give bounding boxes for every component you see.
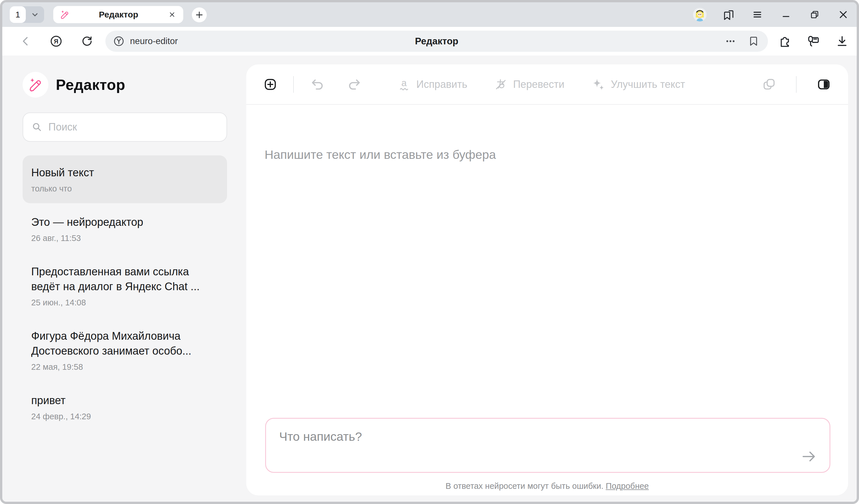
address-bar[interactable]: neuro-editor Редактор — [105, 31, 768, 52]
document-list: Новый текст только что Это — нейроредакт… — [22, 155, 227, 431]
redo-icon — [347, 77, 361, 92]
sparkles-icon — [591, 78, 605, 91]
back-arrow-icon — [20, 35, 33, 48]
yandex-ya-icon: Я — [49, 34, 63, 48]
new-tab-button[interactable] — [192, 7, 207, 22]
undo-icon — [311, 77, 325, 92]
editor-toolbar: a Исправить Пе — [246, 64, 848, 105]
doc-time: только что — [31, 184, 218, 194]
fix-text-label: Исправить — [416, 78, 467, 90]
url-text: neuro-editor — [130, 36, 178, 46]
restore-window-button[interactable] — [808, 8, 821, 21]
doc-time: 24 февр., 14:29 — [31, 412, 218, 421]
passwords-button[interactable] — [806, 34, 820, 48]
minimize-button[interactable] — [779, 8, 793, 21]
bookmarks-icon — [722, 8, 735, 21]
more-dots-icon — [724, 35, 737, 47]
window-controls — [693, 2, 850, 27]
avatar[interactable] — [693, 8, 707, 21]
restore-window-icon — [809, 9, 820, 20]
bookmark-flag-icon — [748, 35, 760, 47]
reload-button[interactable] — [79, 33, 95, 49]
downloads-button[interactable] — [835, 34, 849, 48]
tab-title: Редактор — [70, 10, 167, 19]
app-logo — [22, 72, 48, 97]
list-item-new-text[interactable]: Новый текст только что — [22, 155, 227, 203]
undo-button[interactable] — [311, 77, 325, 92]
close-window-button[interactable] — [837, 8, 850, 21]
spellcheck-icon: a — [397, 78, 411, 91]
doc-title: Предоставленная вами ссылка ведёт на диа… — [31, 264, 218, 294]
copy-icon — [762, 78, 776, 91]
browser-menu-button[interactable] — [751, 8, 764, 21]
toolbar-divider — [293, 76, 294, 93]
close-icon — [168, 11, 176, 18]
close-icon — [837, 9, 849, 20]
reload-icon — [80, 35, 94, 48]
plus-icon — [195, 10, 204, 19]
translate-button[interactable]: Перевести — [494, 78, 564, 91]
doc-time: 22 мая, 19:58 — [31, 362, 218, 372]
hamburger-menu-icon — [751, 9, 763, 20]
plus-square-icon — [263, 78, 277, 91]
back-button[interactable] — [18, 33, 34, 49]
search-input[interactable] — [48, 121, 218, 133]
editor-text-area[interactable]: Напишите текст или вставьте из буфера — [246, 105, 848, 162]
chevron-down-icon — [30, 10, 40, 19]
improve-text-label: Улучшить текст — [611, 78, 685, 90]
app-title: Редактор — [56, 76, 125, 93]
toolbar-divider — [796, 76, 797, 93]
editor-card: a Исправить Пе — [246, 64, 848, 495]
prompt-box — [265, 418, 830, 473]
yandex-home-button[interactable]: Я — [48, 33, 64, 49]
bookmarks-panel-button[interactable] — [722, 8, 735, 21]
doc-time: 26 авг., 11:53 — [31, 233, 218, 243]
tab-editor[interactable]: Редактор — [53, 6, 183, 23]
app-brand: Редактор — [22, 72, 246, 97]
search-icon — [31, 121, 43, 133]
search-box[interactable] — [22, 112, 227, 142]
neuro-editor-app: Редактор Новый текст только что Это — не… — [2, 56, 857, 502]
site-favicon-icon — [113, 35, 125, 47]
doc-title: привет — [31, 393, 218, 408]
magic-pen-favicon-icon — [60, 10, 70, 20]
svg-text:a: a — [402, 78, 407, 88]
tab-count[interactable]: 1 — [10, 6, 26, 23]
split-view-icon — [817, 77, 831, 92]
redo-button[interactable] — [347, 77, 361, 92]
fix-text-button[interactable]: a Исправить — [397, 78, 467, 91]
tab-close-button[interactable] — [167, 10, 177, 19]
send-prompt-button[interactable] — [800, 447, 818, 465]
list-item[interactable]: Предоставленная вами ссылка ведёт на диа… — [22, 255, 227, 317]
minimize-icon — [780, 9, 792, 20]
browser-toolbar-right — [778, 27, 849, 56]
doc-title: Новый текст — [31, 165, 218, 180]
extensions-button[interactable] — [778, 34, 792, 48]
translate-label: Перевести — [513, 78, 564, 90]
doc-title: Фигура Фёдора Михайловича Достоевского з… — [31, 329, 218, 358]
doc-time: 25 июн., 14:08 — [31, 298, 218, 307]
toggle-sidebar-button[interactable] — [817, 77, 831, 92]
arrow-right-icon — [800, 448, 817, 465]
browser-window: 1 Редактор — [0, 0, 859, 504]
prompt-input[interactable] — [266, 419, 829, 472]
tab-counter[interactable]: 1 — [10, 6, 44, 23]
improve-text-button[interactable]: Улучшить текст — [591, 78, 685, 91]
list-item[interactable]: привет 24 февр., 14:29 — [22, 383, 227, 431]
disclaimer-text: В ответах нейросети могут быть ошибки. — [446, 482, 603, 491]
download-icon — [835, 34, 849, 48]
list-item[interactable]: Это — нейроредактор 26 авг., 11:53 — [22, 205, 227, 253]
tab-strip: 1 Редактор — [2, 2, 857, 27]
doc-title: Это — нейроредактор — [31, 215, 218, 230]
new-document-button[interactable] — [263, 78, 277, 91]
address-more-button[interactable] — [724, 35, 737, 48]
key-card-icon — [806, 34, 820, 48]
sidebar: Редактор Новый текст только что Это — не… — [2, 56, 246, 502]
disclaimer-link[interactable]: Подробнее — [606, 482, 649, 491]
puzzle-icon — [778, 34, 792, 48]
copy-button[interactable] — [762, 78, 776, 91]
bookmark-page-button[interactable] — [747, 35, 760, 48]
ai-disclaimer: В ответах нейросети могут быть ошибки. П… — [246, 482, 848, 491]
list-item[interactable]: Фигура Фёдора Михайловича Достоевского з… — [22, 319, 227, 382]
address-page-title: Редактор — [105, 36, 768, 47]
